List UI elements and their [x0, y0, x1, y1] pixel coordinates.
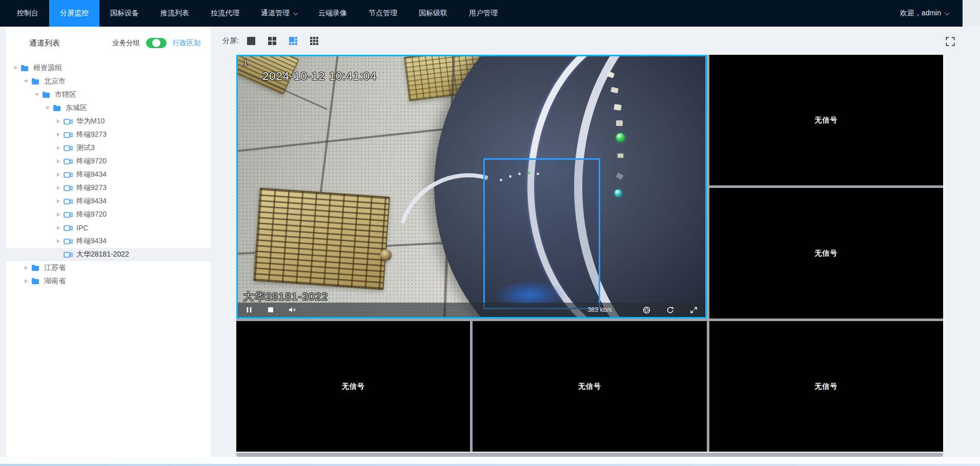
split-1-button[interactable]	[246, 36, 256, 46]
tree-caret-icon[interactable]	[22, 279, 30, 283]
tree-node-label: 终端9273	[76, 183, 107, 193]
tree-node-folder[interactable]: 东城区	[6, 101, 211, 115]
split-label: 分屏:	[222, 36, 239, 46]
tree-caret-icon[interactable]	[54, 199, 63, 203]
video-pane-2[interactable]: 无信号	[709, 55, 943, 185]
camera-icon	[64, 250, 73, 259]
speaker-muted-icon	[288, 306, 296, 313]
camera-icon	[64, 210, 73, 219]
bitrate-label: 383 kb/s	[587, 306, 611, 313]
tree-caret-icon[interactable]	[54, 239, 63, 243]
nav-item-9[interactable]: 国标级联	[408, 0, 458, 27]
user-menu[interactable]: 欢迎，admin	[900, 0, 963, 27]
tree-caret-icon[interactable]	[54, 186, 63, 190]
tree-node-label: 湖南省	[44, 277, 66, 286]
video-pane-1[interactable]: 1 2024-10-12 10:41:04 大华28181-2022 38	[236, 55, 707, 319]
folder-icon	[42, 91, 51, 99]
tree-node-label: IPC	[76, 224, 88, 232]
tree-caret-icon[interactable]	[22, 266, 30, 270]
tree-node-label: 市辖区	[55, 90, 76, 99]
tree-node-channel[interactable]: 终端9434	[6, 235, 211, 248]
camera-icon	[64, 237, 73, 245]
video-pane-3[interactable]: 无信号	[709, 188, 943, 319]
fullscreen-button[interactable]	[945, 36, 956, 47]
refresh-button[interactable]	[666, 306, 675, 314]
region-mode-link[interactable]: 行政区划	[173, 38, 200, 48]
split-9-button[interactable]	[309, 36, 319, 46]
pane-fullscreen-button[interactable]	[690, 306, 698, 314]
tree-node-label: 大华28181-2022	[76, 250, 129, 259]
nav-item-5[interactable]: 拉流代理	[200, 0, 250, 27]
tree-caret-icon[interactable]	[54, 146, 63, 150]
tree-node-label: 终端9434	[76, 197, 107, 206]
snapshot-button[interactable]	[643, 306, 651, 314]
no-signal-label: 无信号	[578, 382, 601, 391]
nav-item-1[interactable]: 控制台	[6, 0, 49, 27]
pause-button[interactable]	[245, 306, 253, 314]
screen-dot	[509, 175, 512, 178]
tree-caret-icon[interactable]	[33, 93, 41, 96]
tree-caret-icon[interactable]	[22, 80, 30, 83]
tree-node-channel[interactable]: 大华28181-2022	[6, 248, 211, 261]
tree-node-channel[interactable]: 终端9720	[6, 208, 211, 221]
tree-node-channel[interactable]: 终端9720	[6, 155, 211, 168]
video-pane-4[interactable]: 无信号	[236, 321, 470, 452]
tree-node-channel[interactable]: 终端9273	[6, 181, 211, 195]
tree-caret-icon[interactable]	[11, 67, 19, 70]
camera-icon	[64, 157, 73, 165]
tree-node-channel[interactable]: IPC	[6, 221, 211, 235]
osd-camera-name: 大华28181-2022	[243, 289, 328, 304]
split-4-button[interactable]	[267, 36, 277, 46]
nav-item-3[interactable]: 国标设备	[99, 0, 150, 27]
stop-icon	[267, 306, 274, 313]
tree-node-folder[interactable]: 根资源组	[6, 61, 211, 75]
nav-items: 控制台分屏监控国标设备推流列表拉流代理通道管理云端录像节点管理国标级联用户管理	[6, 0, 508, 27]
tree-node-channel[interactable]: 终端9434	[6, 168, 211, 181]
osd-timestamp: 2024-10-12 10:41:04	[262, 70, 377, 83]
tree-caret-icon[interactable]	[54, 213, 63, 217]
tree-node-label: 江苏省	[44, 263, 66, 272]
group-toggle-label: 业务分组	[112, 38, 140, 48]
tree-node-channel[interactable]: 终端9434	[6, 195, 211, 208]
split-6-button[interactable]	[288, 36, 298, 46]
tree-node-folder[interactable]: 市辖区	[6, 88, 211, 101]
nav-item-2[interactable]: 分屏监控	[49, 0, 99, 27]
fullscreen-icon	[945, 36, 956, 47]
nav-item-10[interactable]: 用户管理	[458, 0, 508, 27]
tree-caret-icon[interactable]	[54, 226, 63, 230]
tree-node-channel[interactable]: 终端9273	[6, 128, 211, 141]
refresh-icon	[666, 306, 674, 314]
tree-caret-icon[interactable]	[54, 159, 63, 163]
camera-icon	[64, 224, 73, 232]
no-signal-label: 无信号	[814, 249, 838, 258]
tree-caret-icon[interactable]	[54, 119, 63, 123]
nav-item-7[interactable]: 云端录像	[308, 0, 358, 27]
tree-node-label: 终端9273	[76, 130, 107, 139]
group-toggle[interactable]	[146, 38, 167, 48]
nav-item-6[interactable]: 通道管理	[250, 0, 308, 27]
horizontal-scrollbar[interactable]	[236, 453, 943, 457]
tree-caret-icon[interactable]	[44, 107, 52, 110]
snapshot-icon	[643, 306, 650, 314]
channel-sidebar: 通道列表 业务分组 行政区划 根资源组北京市市辖区东城区华为M10终端9273测…	[6, 27, 211, 459]
nav-item-4[interactable]: 推流列表	[150, 0, 200, 27]
screen-button	[617, 153, 624, 159]
welcome-text: 欢迎，admin	[900, 9, 941, 18]
stop-button[interactable]	[267, 306, 275, 314]
no-signal-label: 无信号	[814, 382, 838, 391]
folder-icon	[31, 277, 40, 285]
mute-button[interactable]	[288, 306, 296, 314]
folder-icon	[21, 64, 30, 72]
tree-node-channel[interactable]: 华为M10	[6, 115, 211, 128]
video-pane-5[interactable]: 无信号	[473, 321, 706, 452]
tree-caret-icon[interactable]	[54, 133, 63, 137]
tree-caret-icon[interactable]	[54, 173, 63, 177]
nav-item-8[interactable]: 节点管理	[358, 0, 408, 27]
nav-item-label: 推流列表	[160, 9, 189, 18]
video-pane-6[interactable]: 无信号	[709, 321, 943, 452]
tree-node-folder[interactable]: 江苏省	[6, 261, 211, 274]
tree-node-folder[interactable]: 湖南省	[6, 274, 211, 288]
tree-node-channel[interactable]: 测试3	[6, 141, 211, 155]
bottom-edge	[0, 464, 980, 466]
tree-node-folder[interactable]: 北京市	[6, 75, 211, 88]
